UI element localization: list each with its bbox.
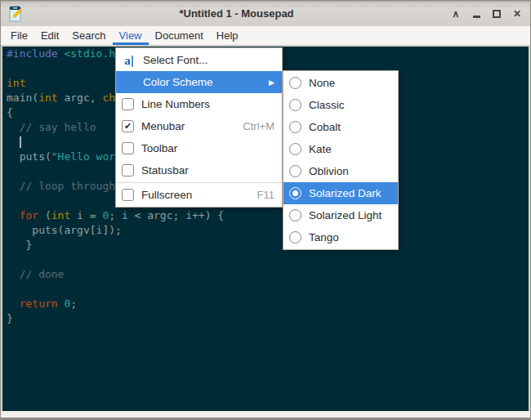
code-token-base: ( [38,209,51,221]
code-line-19: } [2,311,529,326]
code-line-12: for (int i = 0; i < argc; i++) { [2,208,529,223]
code-line-17 [2,282,529,297]
menu-separator [116,182,282,183]
code-token-comment: // done [7,268,64,280]
scheme-option-cobalt[interactable]: Cobalt [283,116,398,138]
scheme-option-label: None [309,77,390,89]
code-token-comment: // say hello [7,121,96,133]
scheme-option-kate[interactable]: Kate [283,138,398,160]
radio-unselected-icon [289,143,301,155]
menu-item-menubar[interactable]: ✔MenubarCtrl+M [116,115,282,137]
scheme-option-label: Kate [309,143,390,155]
code-token-base: i = [70,209,102,221]
window-bottom-border [1,411,530,419]
scheme-option-label: Solarized Dark [309,187,390,199]
menu-item-label: Fullscreen [141,189,250,201]
scheme-option-label: Solarized Light [309,209,390,221]
menubar-item-document[interactable]: Document [149,26,210,45]
scheme-option-solarized-light[interactable]: Solarized Light [283,204,398,226]
minimize-icon [473,16,480,18]
radio-unselected-icon [289,121,301,133]
text-cursor [20,136,21,148]
code-token-keyword: for [20,209,38,221]
close-icon: ✕ [513,8,521,20]
scheme-option-label: Tango [309,231,390,244]
code-token-base: puts( [7,150,51,163]
radio-unselected-icon [289,77,301,89]
menu-item-label: Select Font... [143,54,274,66]
checkbox-unchecked-icon [122,142,134,154]
menubar-item-edit[interactable]: Edit [34,26,65,45]
code-line-14: } [2,238,529,252]
radio-dot [292,190,298,196]
checkbox-unchecked-icon [122,98,134,110]
menu-item-toolbar[interactable]: Toolbar [116,137,282,159]
code-line-15 [2,252,529,267]
code-token-base: argc, [58,92,103,104]
scheme-option-none[interactable]: None [283,72,398,94]
maximize-button[interactable] [490,7,503,20]
menu-item-statusbar[interactable]: Statusbar [116,159,282,181]
menu-item-fullscreen[interactable]: FullscreenF11 [116,184,282,206]
code-token-type: int [51,209,70,221]
code-token-base: { [7,106,13,118]
scheme-option-oblivion[interactable]: Oblivion [283,160,398,182]
window-controls: ∧ ✕ [449,7,524,20]
submenu-arrow-icon: ▶ [269,78,274,87]
menubar: FileEditSearchViewDocumentHelp [1,26,530,46]
titlebar[interactable]: *Untitled 1 - Mousepad ∧ ✕ [1,1,530,26]
maximize-icon [493,10,501,18]
scheme-option-label: Classic [309,99,390,111]
menubar-item-help[interactable]: Help [210,26,245,45]
code-token-base: main( [7,92,38,104]
font-select-icon: a [122,53,136,67]
radio-unselected-icon [289,231,301,244]
mousepad-window: *Untitled 1 - Mousepad ∧ ✕ FileEditSearc… [0,0,531,420]
menu-item-label: Menubar [141,120,235,132]
mousepad-icon [7,6,24,22]
shade-button[interactable]: ∧ [449,7,462,20]
radio-unselected-icon [289,165,301,177]
code-token-string: <stdio.h> [64,47,121,60]
scheme-option-tango[interactable]: Tango [283,226,398,248]
code-token-base: ; [70,297,77,310]
scheme-option-label: Oblivion [309,165,390,177]
code-token-base [7,209,20,221]
menu-item-color-scheme[interactable]: Color Scheme▶ [116,71,282,93]
scheme-option-solarized-dark[interactable]: Solarized Dark [283,182,398,204]
checkbox-unchecked-icon [122,164,134,176]
code-token-base [7,297,20,310]
checkbox-unchecked-icon [122,189,134,201]
window-title: *Untitled 1 - Mousepad [24,7,449,20]
code-token-type: int [7,77,25,89]
menu-item-select-font[interactable]: aSelect Font... [116,49,282,71]
code-token-base [7,136,20,148]
code-token-base: } [7,312,13,324]
code-token-type: int [38,92,57,104]
menu-item-label: Toolbar [141,142,274,154]
minimize-button[interactable] [470,7,483,20]
menu-item-label: Line Numbers [141,98,274,110]
code-line-13: puts(argv[i]); [2,223,529,238]
code-token-base: } [7,239,32,251]
menu-item-label: Color Scheme [143,76,261,88]
menu-accelerator: Ctrl+M [243,120,274,132]
code-line-18: return 0; [2,297,529,311]
menubar-item-view[interactable]: View [113,26,149,45]
code-token-preproc: #include [7,47,58,60]
menu-item-label: Statusbar [141,164,274,176]
close-button[interactable]: ✕ [511,7,524,20]
scheme-option-classic[interactable]: Classic [283,94,398,116]
code-token-keyword: return [20,297,58,310]
radio-selected-icon [289,187,301,199]
menu-accelerator: F11 [257,189,274,201]
menu-item-line-numbers[interactable]: Line Numbers [116,93,282,115]
menubar-item-search[interactable]: Search [65,26,112,45]
menubar-item-file[interactable]: File [4,26,34,45]
scheme-option-label: Cobalt [309,121,390,133]
view-menu-dropdown: aSelect Font...Color Scheme▶Line Numbers… [115,47,283,208]
code-token-base: ; i < argc; i++) { [109,209,224,221]
checkbox-checked-icon: ✔ [122,120,134,132]
color-scheme-submenu: NoneClassicCobaltKateOblivionSolarized D… [283,70,399,250]
chevron-up-icon: ∧ [453,8,460,20]
